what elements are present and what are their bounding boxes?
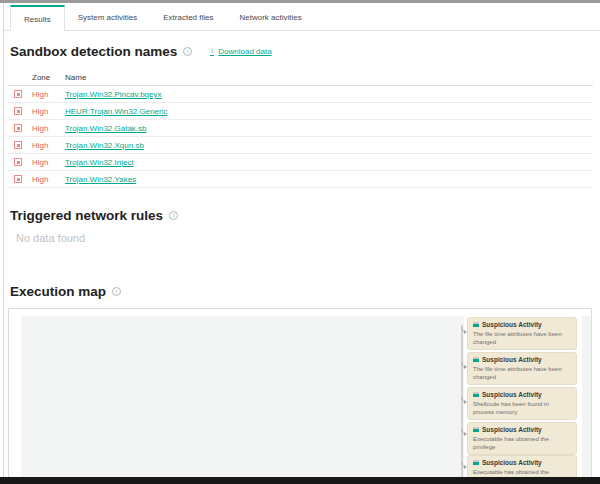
map-node[interactable]: Suspicious Activity The file time attrib… [467,352,577,385]
severity-icon [14,141,22,149]
map-node[interactable]: Suspicious Activity Executable has obtai… [467,455,577,477]
activity-icon [473,322,479,327]
info-icon[interactable]: i [169,211,178,220]
execution-map-panel[interactable]: Suspicious Activity The file time attrib… [8,308,592,477]
detection-name-link[interactable]: Trojan.Win32.Inject [65,158,134,167]
node-title: Suspicious Activity [482,356,542,363]
severity-icon [14,90,22,98]
severity-icon [14,158,22,166]
node-title: Suspicious Activity [482,426,542,433]
node-title: Suspicious Activity [482,459,542,466]
detection-name-link[interactable]: Trojan.Win32.Yakes [65,175,136,184]
tab-system-activities[interactable]: System activities [65,5,151,30]
map-node[interactable]: Suspicious Activity Shellcode has been f… [467,387,577,420]
node-description: The file time attributes have been chang… [473,330,571,346]
zone-value: High [32,175,65,184]
detection-name-link[interactable]: Trojan.Win32.Gatak.sb [65,124,147,133]
table-row: High Trojan.Win32.Inject [8,154,593,171]
no-data-text: No data found [16,232,600,244]
zone-value: High [32,158,65,167]
severity-icon [14,124,22,132]
window-top-edge [0,0,600,3]
network-rules-title: Triggered network rules [10,208,163,223]
table-row: High HEUR:Trojan.Win32.Generic [8,103,593,120]
main-content: Sandbox detection names i ↓ Download dat… [4,31,600,477]
execution-map-heading: Execution map i [10,284,600,299]
node-description: The file time attributes have been chang… [473,365,571,381]
node-description: Executable has obtained the privilege [473,468,571,477]
table-row: High Trojan.Win32.Xqun.sb [8,137,593,154]
activity-icon [473,357,479,362]
node-title: Suspicious Activity [482,391,542,398]
download-icon: ↓ [210,47,214,56]
tab-extracted-files[interactable]: Extracted files [150,5,226,30]
zone-value: High [32,90,65,99]
zone-value: High [32,141,65,150]
window-bottom-bar [0,477,600,484]
download-label: Download data [218,47,271,56]
table-header-row: Zone Name [8,69,593,86]
detection-name-link[interactable]: Trojan.Win32.Pincav.bqeyx [65,90,162,99]
tab-network-activities[interactable]: Network activities [227,5,315,30]
detections-table: Zone Name High Trojan.Win32.Pincav.bqeyx… [8,69,593,188]
activity-icon [473,460,479,465]
table-row: High Trojan.Win32.Gatak.sb [8,120,593,137]
info-icon[interactable]: i [112,287,121,296]
zone-value: High [32,107,65,116]
map-node[interactable]: Suspicious Activity The file time attrib… [467,317,577,350]
tab-results[interactable]: Results [10,5,65,31]
detection-name-link[interactable]: HEUR:Trojan.Win32.Generic [65,107,167,116]
severity-icon [14,175,22,183]
tab-bar: Results System activities Extracted file… [4,5,600,31]
zone-value: High [32,124,65,133]
table-row: High Trojan.Win32.Pincav.bqeyx [8,86,593,103]
activity-icon [473,392,479,397]
header-name: Name [65,73,593,82]
network-rules-heading: Triggered network rules i [10,208,600,223]
node-description: Executable has obtained the privilege [473,435,571,451]
node-title: Suspicious Activity [482,321,542,328]
info-icon[interactable]: i [183,47,192,56]
execution-map-title: Execution map [10,284,106,299]
download-data-link[interactable]: ↓ Download data [210,47,271,56]
table-row: High Trojan.Win32.Yakes [8,171,593,188]
header-zone: Zone [32,73,65,82]
detection-name-link[interactable]: Trojan.Win32.Xqun.sb [65,141,144,150]
map-node[interactable]: Suspicious Activity Executable has obtai… [467,422,577,455]
severity-icon [14,107,22,115]
detections-heading: Sandbox detection names i ↓ Download dat… [10,44,600,59]
detections-title: Sandbox detection names [10,44,177,59]
node-description: Shellcode has been found in process memo… [473,400,571,416]
activity-icon [473,427,479,432]
